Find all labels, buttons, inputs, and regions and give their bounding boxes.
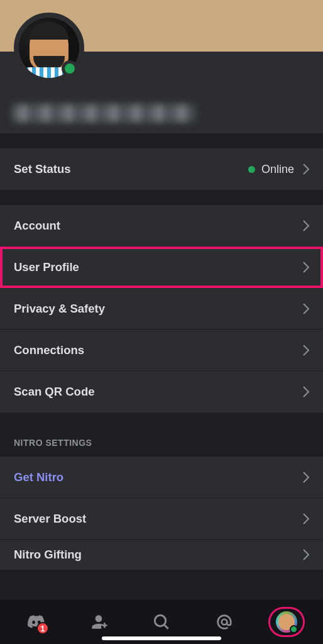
tab-profile[interactable] bbox=[268, 603, 305, 641]
row-label: Nitro Gifting bbox=[14, 548, 303, 562]
settings-row-connections[interactable]: Connections bbox=[0, 330, 323, 371]
chevron-right-icon bbox=[303, 513, 309, 525]
row-label: Connections bbox=[14, 343, 303, 357]
chevron-right-icon bbox=[303, 303, 309, 314]
nitro-row-server-boost[interactable]: Server Boost bbox=[0, 498, 323, 540]
nitro-section-title: NITRO SETTINGS bbox=[0, 423, 323, 457]
row-label: User Profile bbox=[14, 260, 303, 274]
chevron-right-icon bbox=[303, 386, 309, 397]
settings-screen: Set Status Online AccountUser ProfilePri… bbox=[0, 0, 323, 644]
username bbox=[13, 104, 195, 122]
chevron-right-icon bbox=[303, 164, 309, 175]
row-label: Set Status bbox=[14, 162, 248, 176]
tab-bar: 1 bbox=[0, 600, 323, 644]
tab-mentions[interactable] bbox=[205, 603, 243, 641]
home-indicator bbox=[102, 636, 221, 640]
chevron-right-icon bbox=[303, 345, 309, 356]
settings-row-scan-qr-code[interactable]: Scan QR Code bbox=[0, 371, 323, 413]
tab-home[interactable]: 1 bbox=[18, 603, 55, 641]
online-dot-icon bbox=[248, 166, 255, 173]
chevron-right-icon bbox=[303, 262, 309, 273]
settings-row-privacy-safety[interactable]: Privacy & Safety bbox=[0, 288, 323, 330]
tab-search[interactable] bbox=[143, 603, 180, 641]
chevron-right-icon bbox=[303, 549, 309, 560]
search-icon bbox=[151, 612, 172, 632]
chevron-right-icon bbox=[303, 472, 309, 483]
row-label: Server Boost bbox=[14, 512, 303, 526]
row-label: Privacy & Safety bbox=[14, 302, 303, 316]
status-indicator-icon bbox=[62, 60, 78, 77]
set-status-row[interactable]: Set Status Online bbox=[0, 148, 323, 190]
row-label: Scan QR Code bbox=[14, 385, 303, 399]
row-label: Account bbox=[14, 219, 303, 233]
tab-friends[interactable] bbox=[80, 603, 118, 641]
avatar-icon bbox=[276, 611, 297, 633]
settings-row-account[interactable]: Account bbox=[0, 205, 323, 247]
settings-row-user-profile[interactable]: User Profile bbox=[0, 247, 323, 288]
chevron-right-icon bbox=[303, 220, 309, 231]
nitro-row-get-nitro[interactable]: Get Nitro bbox=[0, 457, 323, 498]
status-text: Online bbox=[261, 163, 294, 176]
mentions-icon bbox=[214, 612, 234, 632]
avatar[interactable] bbox=[14, 13, 84, 83]
friends-icon bbox=[89, 612, 109, 632]
row-label: Get Nitro bbox=[14, 470, 303, 484]
notification-badge: 1 bbox=[36, 622, 49, 635]
settings-list[interactable]: Set Status Online AccountUser ProfilePri… bbox=[0, 133, 323, 600]
status-value: Online bbox=[248, 163, 294, 176]
nitro-row-nitro-gifting[interactable]: Nitro Gifting bbox=[0, 540, 323, 570]
svg-point-0 bbox=[155, 615, 165, 626]
profile-header bbox=[0, 52, 323, 133]
